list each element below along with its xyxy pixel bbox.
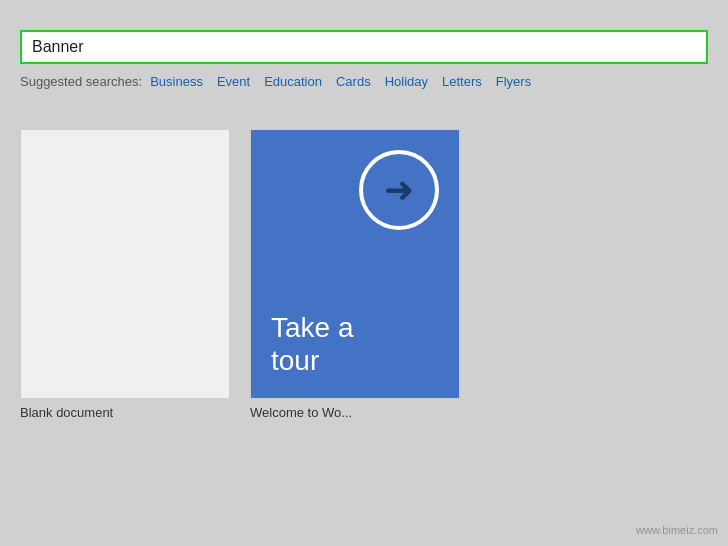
search-box-wrapper [20, 30, 708, 64]
suggested-link-holiday[interactable]: Holiday [385, 74, 428, 89]
top-area: Suggested searches: Business Event Educa… [0, 0, 728, 99]
template-thumbnail-tour: ➜ Take a tour [250, 129, 460, 399]
template-label-blank: Blank document [20, 405, 113, 420]
template-thumbnail-blank [20, 129, 230, 399]
tour-circle: ➜ [359, 150, 439, 230]
template-card-blank[interactable]: Blank document [20, 129, 230, 420]
suggested-searches: Suggested searches: Business Event Educa… [20, 74, 708, 89]
search-input[interactable] [32, 38, 696, 56]
suggested-link-event[interactable]: Event [217, 74, 250, 89]
suggested-label: Suggested searches: [20, 74, 142, 89]
suggested-link-business[interactable]: Business [150, 74, 203, 89]
tour-text: Take a tour [271, 311, 354, 378]
templates-area: Blank document ➜ Take a tour Welcome to … [0, 109, 728, 420]
watermark: www.bimeiz.com [636, 524, 718, 536]
suggested-link-flyers[interactable]: Flyers [496, 74, 531, 89]
template-label-tour: Welcome to Wo... [250, 405, 352, 420]
tour-arrow-icon: ➜ [384, 172, 414, 208]
suggested-link-cards[interactable]: Cards [336, 74, 371, 89]
template-card-tour[interactable]: ➜ Take a tour Welcome to Wo... [250, 129, 460, 420]
suggested-link-letters[interactable]: Letters [442, 74, 482, 89]
suggested-link-education[interactable]: Education [264, 74, 322, 89]
